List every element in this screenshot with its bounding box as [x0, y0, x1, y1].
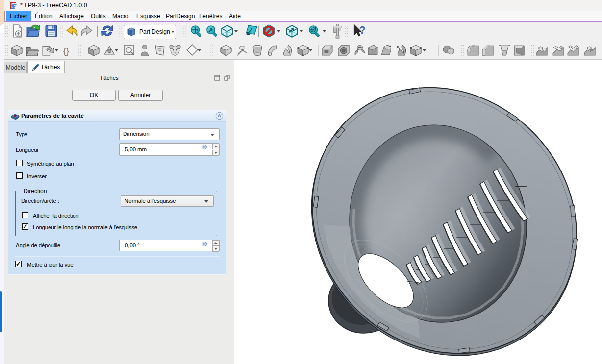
svg-text:?: ?: [359, 24, 366, 36]
svg-text:Part Design: Part Design: [139, 28, 170, 35]
svg-text:{}: {}: [63, 46, 69, 56]
